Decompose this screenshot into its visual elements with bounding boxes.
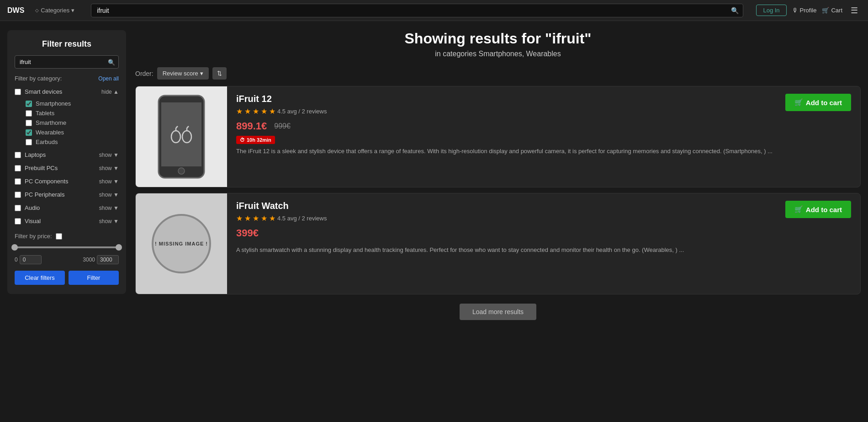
product-name-ifruit-watch: iFruit Watch xyxy=(236,201,327,211)
filter-button[interactable]: Filter xyxy=(69,271,119,285)
add-to-cart-label-ifruit-watch: Add to cart xyxy=(806,206,842,214)
clear-filters-button[interactable]: Clear filters xyxy=(15,271,65,285)
menu-icon[interactable]: ☰ xyxy=(848,4,861,17)
price-max-value: 3000 xyxy=(83,256,95,263)
profile-link[interactable]: 🎙 Profile xyxy=(792,7,817,14)
svg-point-2 xyxy=(178,168,185,174)
toggle-prebuilt-pcs[interactable]: show ▼ xyxy=(99,165,119,171)
category-group-audio: Audio show ▼ xyxy=(15,203,119,213)
category-label-smarthome: Smarthome xyxy=(36,119,66,126)
sidebar-search-input[interactable] xyxy=(15,55,119,69)
category-group-header-pc-peripherals[interactable]: PC Peripherals show ▼ xyxy=(15,189,119,200)
category-group-header-audio[interactable]: Audio show ▼ xyxy=(15,203,119,213)
star-4: ★ xyxy=(261,107,267,116)
toggle-audio[interactable]: show ▼ xyxy=(99,205,119,211)
category-group-header-pc-components[interactable]: PC Components show ▼ xyxy=(15,176,119,187)
checkbox-smarthome[interactable] xyxy=(26,120,32,126)
category-group-header-visual[interactable]: Visual show ▼ xyxy=(15,216,119,226)
review-count-ifruit-12: 4.5 avg / 2 reviews xyxy=(277,108,327,115)
deal-time-ifruit-12: 10h 32min xyxy=(247,137,271,143)
price-current-ifruit-12: 899.1€ xyxy=(236,120,267,132)
star-1: ★ xyxy=(236,214,243,223)
product-stars-ifruit-watch: ★ ★ ★ ★ ★ 4.5 avg / 2 reviews xyxy=(236,214,327,223)
open-all-link[interactable]: Open all xyxy=(98,75,119,82)
toggle-pc-peripherals[interactable]: show ▼ xyxy=(99,192,119,198)
topnav: DWS ◇ Categories ▾ 🔍 Log In 🎙 Profile 🛒 … xyxy=(0,0,868,21)
order-label: Order: xyxy=(135,70,153,77)
load-more-button[interactable]: Load more results xyxy=(460,304,536,320)
toggle-smart-devices[interactable]: hide ▲ xyxy=(101,89,119,95)
checkbox-pc-components[interactable] xyxy=(15,178,21,185)
order-row: Order: Review score ▾ ⇅ xyxy=(135,67,861,80)
price-slider-container xyxy=(15,243,119,251)
category-label-smart-devices: Smart devices xyxy=(25,88,62,95)
category-label-laptops: Laptops xyxy=(25,151,46,158)
product-image-ifruit-watch: ! MISSING IMAGE ! xyxy=(136,193,227,294)
topnav-right: Log In 🎙 Profile 🛒 Cart ☰ xyxy=(756,4,861,17)
product-desc-ifruit-12: The iFruit 12 is a sleek and stylish dev… xyxy=(236,147,851,156)
categories-dropdown[interactable]: ◇ Categories ▾ xyxy=(32,5,78,16)
sort-icon: ⇅ xyxy=(217,70,222,77)
checkbox-smart-devices[interactable] xyxy=(15,89,21,95)
checkbox-audio[interactable] xyxy=(15,205,21,211)
checkbox-wearables[interactable] xyxy=(26,129,32,136)
star-5: ★ xyxy=(269,107,275,116)
category-group-header-prebuilt-pcs[interactable]: Prebuilt PCs show ▼ xyxy=(15,163,119,173)
brand-logo: DWS xyxy=(7,6,24,15)
price-min-value: 0 xyxy=(15,256,18,263)
category-label-smartphones: Smartphones xyxy=(36,100,71,107)
category-group-header-laptops[interactable]: Laptops show ▼ xyxy=(15,150,119,160)
load-more-row: Load more results xyxy=(135,304,861,320)
sidebar-search-icon[interactable]: 🔍 xyxy=(108,59,115,65)
toggle-visual[interactable]: show ▼ xyxy=(99,218,119,224)
search-icon[interactable]: 🔍 xyxy=(731,7,739,14)
toggle-laptops[interactable]: show ▼ xyxy=(99,152,119,158)
checkbox-laptops[interactable] xyxy=(15,152,21,158)
checkbox-tablets[interactable] xyxy=(26,110,32,117)
checkbox-visual[interactable] xyxy=(15,218,21,224)
price-slider-min-thumb[interactable] xyxy=(11,244,18,251)
diamond-icon: ◇ xyxy=(35,8,39,13)
product-price-row-ifruit-12: 899.1€ 999€ xyxy=(236,120,327,132)
sort-direction-button[interactable]: ⇅ xyxy=(212,67,227,80)
results-heading-sub: in categories Smartphones, Wearables xyxy=(135,50,861,58)
star-2: ★ xyxy=(244,214,251,223)
chevron-down-icon: ▾ xyxy=(71,7,74,14)
login-button[interactable]: Log In xyxy=(756,5,786,16)
clock-icon: ⏱ xyxy=(240,137,245,143)
category-label-wearables: Wearables xyxy=(36,129,64,136)
list-item[interactable]: Earbuds xyxy=(26,137,119,147)
filter-price-checkbox[interactable] xyxy=(56,233,62,240)
star-3: ★ xyxy=(253,214,259,223)
price-slider-max-thumb[interactable] xyxy=(116,244,122,251)
price-old-ifruit-12: 999€ xyxy=(274,122,291,130)
list-item[interactable]: Smartphones xyxy=(26,99,119,108)
price-min-field[interactable] xyxy=(20,255,42,264)
toggle-pc-components[interactable]: show ▼ xyxy=(99,178,119,185)
list-item[interactable]: Wearables xyxy=(26,128,119,137)
category-label-visual: Visual xyxy=(25,218,41,224)
cart-icon: 🛒 xyxy=(794,98,803,107)
category-group-header-smart-devices[interactable]: Smart devices hide ▲ xyxy=(15,86,119,97)
product-stars-ifruit-12: ★ ★ ★ ★ ★ 4.5 avg / 2 reviews xyxy=(236,107,327,116)
chevron-down-icon: ▾ xyxy=(200,70,203,77)
add-to-cart-button-ifruit-watch[interactable]: 🛒 Add to cart xyxy=(785,201,851,218)
list-item[interactable]: Smarthome xyxy=(26,118,119,128)
cart-link[interactable]: 🛒 Cart xyxy=(822,7,842,14)
checkbox-earbuds[interactable] xyxy=(26,139,32,145)
checkbox-pc-peripherals[interactable] xyxy=(15,192,21,198)
results-heading-title: Showing results for "ifruit" xyxy=(135,30,861,47)
missing-image-text: ! MISSING IMAGE ! xyxy=(155,241,208,246)
category-group-prebuilt-pcs: Prebuilt PCs show ▼ xyxy=(15,163,119,173)
topnav-search-input[interactable] xyxy=(91,4,743,17)
add-to-cart-button-ifruit-12[interactable]: 🛒 Add to cart xyxy=(785,94,851,111)
filter-by-category-label: Filter by category: xyxy=(15,75,62,82)
checkbox-smartphones[interactable] xyxy=(26,101,32,107)
star-3: ★ xyxy=(253,107,259,116)
product-info-ifruit-12: iFruit 12 ★ ★ ★ ★ ★ 4.5 avg / 2 reviews … xyxy=(227,86,860,187)
price-max-field[interactable] xyxy=(97,255,119,264)
order-dropdown-button[interactable]: Review score ▾ xyxy=(157,67,209,80)
checkbox-prebuilt-pcs[interactable] xyxy=(15,165,21,171)
category-group-pc-components: PC Components show ▼ xyxy=(15,176,119,187)
list-item[interactable]: Tablets xyxy=(26,108,119,118)
